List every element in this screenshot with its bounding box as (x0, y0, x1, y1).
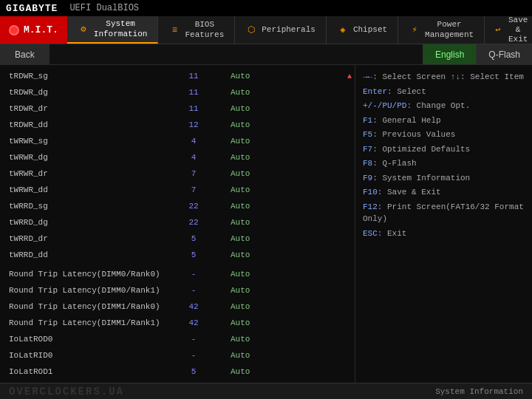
setting-row[interactable]: Round Trip Latency(DIMM0/Rank0)-Auto (0, 266, 355, 282)
setting-row[interactable]: tWRWR_sg4Auto (0, 133, 355, 149)
setting-name: tRDWR_dg (9, 88, 171, 97)
setting-row[interactable]: tWRRD_dg22Auto (0, 214, 355, 231)
setting-option: Auto (216, 367, 346, 376)
setting-value: 22 (171, 202, 216, 211)
setting-row[interactable]: tWRWR_dd7Auto (0, 182, 355, 198)
setting-option: Auto (216, 120, 346, 129)
setting-name: tWRWR_dg (9, 153, 171, 162)
setting-row[interactable]: IoLatROD15Auto (0, 364, 355, 380)
save-exit-icon: ↩ (495, 24, 501, 36)
setting-option: Auto (216, 218, 346, 227)
settings-panel[interactable]: tRDWR_sg11Auto▲tRDWR_dg11AutotRDWR_dr11A… (0, 65, 355, 399)
help-key: F12 (363, 202, 378, 211)
brand-label: GIGABYTE (6, 3, 58, 14)
setting-option: Auto (216, 185, 346, 194)
setting-row[interactable]: tRDWR_dr11Auto (0, 100, 355, 117)
setting-value: 5 (171, 367, 216, 376)
help-line: Enter: Select (363, 86, 525, 98)
setting-value: 4 (171, 137, 216, 146)
setting-row[interactable]: tRDWR_dg11Auto (0, 84, 355, 100)
help-desc: : Print Screen(FAT16/32 Format Only) (363, 202, 524, 224)
setting-value: 12 (171, 120, 216, 129)
help-key: ESC (363, 229, 378, 238)
help-key: F10 (363, 188, 378, 197)
language-button[interactable]: English (423, 44, 476, 64)
setting-row[interactable]: tWRWR_dr7Auto (0, 166, 355, 182)
system-info-footer-label: System Information (435, 387, 523, 396)
nav-peripherals-label: Peripherals (262, 25, 316, 35)
setting-value: 42 (171, 318, 216, 327)
setting-row[interactable]: tWRRD_dr5Auto (0, 231, 355, 247)
nav-peripherals[interactable]: ⬡ Peripherals (235, 16, 327, 44)
nav-system-information[interactable]: ⚙ System Information (67, 16, 159, 44)
help-desc: : Select (387, 87, 426, 96)
setting-name: tWRWR_dr (9, 169, 171, 178)
setting-value: 5 (171, 234, 216, 243)
setting-option: Auto (216, 169, 346, 178)
setting-option: Auto (216, 318, 346, 327)
setting-value: 22 (171, 218, 216, 227)
mit-button[interactable]: M.I.T. (0, 16, 67, 44)
setting-value: 11 (171, 104, 216, 113)
nav-power-management[interactable]: ⚡ Power Management (398, 16, 485, 44)
setting-row[interactable]: Round Trip Latency(DIMM1/Rank1)42Auto (0, 315, 355, 331)
nav-chipset[interactable]: ◈ Chipset (327, 16, 398, 44)
setting-option: Auto (216, 88, 346, 97)
uefi-label: UEFI DualBIOS (69, 3, 139, 13)
chipset-icon: ◈ (337, 24, 349, 36)
setting-row[interactable]: tWRWR_dg4Auto (0, 149, 355, 166)
setting-name: tWRWR_sg (9, 137, 171, 146)
setting-row[interactable]: Round Trip Latency(DIMM0/Rank1)-Auto (0, 282, 355, 299)
help-key: +/-/PU/PD (363, 101, 406, 110)
setting-row[interactable]: tWRRD_sg22Auto (0, 198, 355, 214)
setting-name: IoLatRID0 (9, 351, 171, 360)
mit-label: M.I.T. (24, 24, 58, 35)
setting-option: Auto (216, 335, 346, 344)
setting-name: Round Trip Latency(DIMM1/Rank1) (9, 318, 171, 327)
back-button[interactable]: Back (0, 44, 50, 64)
setting-row[interactable]: tWRRD_dd5Auto (0, 247, 355, 263)
help-line: F10: Save & Exit (363, 186, 525, 199)
nav-bios-features-label: BIOS Features (185, 20, 224, 39)
setting-option: Auto (216, 270, 346, 279)
setting-row[interactable]: IoLatROD0-Auto (0, 331, 355, 347)
help-desc: : Exit (378, 229, 407, 238)
nav-system-information-label: System Information (94, 19, 148, 38)
help-key: F9 (363, 174, 372, 183)
setting-name: tWRRD_dg (9, 218, 171, 227)
setting-option: Auto (216, 286, 346, 295)
help-key: F8 (363, 159, 372, 168)
setting-row[interactable]: Round Trip Latency(DIMM1/Rank0)42Auto (0, 299, 355, 315)
nav-save-exit[interactable]: ↩ Save & Exit (485, 16, 532, 44)
setting-row[interactable]: IoLatRID0-Auto (0, 347, 355, 364)
setting-name: IoLatROD1 (9, 367, 171, 376)
setting-row[interactable]: tRDWR_sg11Auto▲ (0, 68, 355, 84)
nav-bios-features[interactable]: ≡ BIOS Features (158, 16, 235, 44)
help-desc: : Change Opt. (406, 101, 470, 110)
setting-option: Auto (216, 351, 346, 360)
action-bar: Back English Q-Flash (0, 44, 532, 65)
help-line: F1: General Help (363, 115, 525, 127)
help-desc: : Previous Values (372, 130, 455, 139)
help-desc: : Save & Exit (378, 188, 441, 197)
scroll-up-arrow-icon: ▲ (347, 72, 352, 81)
setting-option: Auto (216, 234, 346, 243)
help-desc: : Select Screen ↑↓: Select Item (372, 72, 524, 81)
setting-option: Auto (216, 202, 346, 211)
setting-name: tWRRD_dr (9, 234, 171, 243)
help-desc: : System Information (372, 174, 470, 183)
setting-name: tWRRD_dd (9, 250, 171, 259)
qflash-button[interactable]: Q-Flash (476, 44, 532, 64)
setting-option: Auto (216, 302, 346, 311)
setting-row[interactable]: tRDWR_dd12Auto (0, 117, 355, 133)
nav-save-exit-label: Save & Exit (505, 16, 531, 45)
help-line: F9: System Information (363, 172, 525, 185)
help-line: +/-/PU/PD: Change Opt. (363, 100, 525, 112)
setting-value: 11 (171, 72, 216, 81)
setting-option: Auto (216, 153, 346, 162)
setting-name: tRDWR_dr (9, 104, 171, 113)
mit-circle-icon (9, 25, 19, 35)
help-line: F5: Previous Values (363, 129, 525, 141)
setting-option: Auto (216, 250, 346, 259)
system-information-icon: ⚙ (78, 24, 89, 35)
